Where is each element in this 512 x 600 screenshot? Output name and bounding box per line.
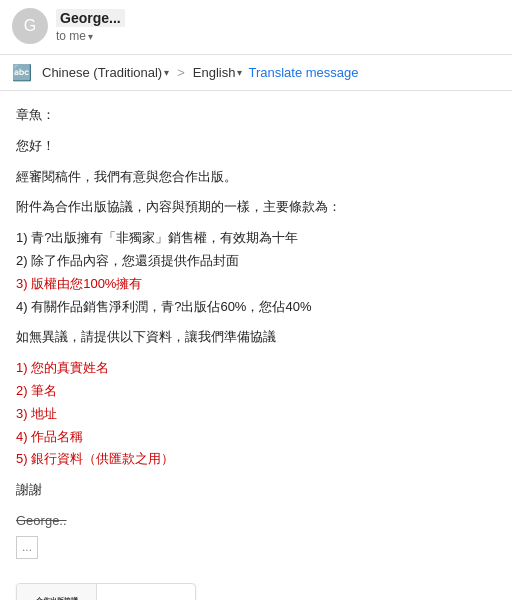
to-me-label: to me — [56, 29, 86, 43]
email-header: G George... to me ▾ — [0, 0, 512, 55]
translate-bar: 🔤 Chinese (Traditional) ▾ > English ▾ Tr… — [0, 55, 512, 91]
source-language-arrow: ▾ — [164, 67, 169, 78]
arrow-right-icon: > — [177, 65, 185, 80]
attachment-item[interactable]: 合作出版協議 W 合作出版協議_非… — [16, 583, 196, 600]
greeting-name: 章魚： — [16, 105, 496, 126]
signature-expand-button[interactable]: ... — [16, 536, 38, 559]
to-me-dropdown[interactable]: ▾ — [88, 31, 93, 42]
thanks-text: 謝謝 — [16, 480, 496, 501]
translate-icon: 🔤 — [12, 63, 32, 82]
contract-items: 1) 青?出版擁有「非獨家」銷售權，有效期為十年 2) 除了作品內容，您還須提供… — [16, 228, 496, 317]
sender-info: George... to me ▾ — [56, 9, 500, 43]
request-item-5: 5) 銀行資料（供匯款之用） — [16, 449, 496, 470]
target-language-label: English — [193, 65, 236, 80]
request-item-2: 2) 筆名 — [16, 381, 496, 402]
greeting: 您好！ — [16, 136, 496, 157]
request-items: 1) 您的真實姓名 2) 筆名 3) 地址 4) 作品名稱 5) 銀行資料（供匯… — [16, 358, 496, 470]
target-language-arrow: ▾ — [237, 67, 242, 78]
avatar: G — [12, 8, 48, 44]
request-intro: 如無異議，請提供以下資料，讓我們準備協議 — [16, 327, 496, 348]
request-item-4: 4) 作品名稱 — [16, 427, 496, 448]
intro-line: 經審閱稿件，我們有意與您合作出版。 — [16, 167, 496, 188]
email-body: 章魚： 您好！ 經審閱稿件，我們有意與您合作出版。 附件為合作出版協議，內容與預… — [0, 91, 512, 573]
target-language-button[interactable]: English ▾ — [193, 65, 243, 80]
attachment-note: 附件為合作出版協議，內容與預期的一樣，主要條款為： — [16, 197, 496, 218]
attachment-area: 合作出版協議 W 合作出版協議_非… — [0, 573, 512, 600]
sender-row: G George... to me ▾ — [12, 8, 500, 44]
list-item-highlight: 3) 版權由您100%擁有 — [16, 274, 496, 295]
request-item-1: 1) 您的真實姓名 — [16, 358, 496, 379]
sender-name: George... — [56, 9, 125, 27]
list-item: 2) 除了作品內容，您還須提供作品封面 — [16, 251, 496, 272]
translate-message-link[interactable]: Translate message — [248, 65, 358, 80]
to-me-row: to me ▾ — [56, 29, 500, 43]
doc-preview: 合作出版協議 — [27, 592, 87, 600]
avatar-letter: G — [24, 17, 36, 35]
source-language-label: Chinese (Traditional) — [42, 65, 162, 80]
list-item: 1) 青?出版擁有「非獨家」銷售權，有效期為十年 — [16, 228, 496, 249]
list-item: 4) 有關作品銷售淨利潤，青?出版佔60%，您佔40% — [16, 297, 496, 318]
signature: 謝謝 George.. ... — [16, 480, 496, 559]
source-language-button[interactable]: Chinese (Traditional) ▾ — [42, 65, 169, 80]
signature-name: George.. — [16, 511, 496, 532]
attachment-preview: 合作出版協議 W — [17, 584, 97, 600]
request-item-3: 3) 地址 — [16, 404, 496, 425]
